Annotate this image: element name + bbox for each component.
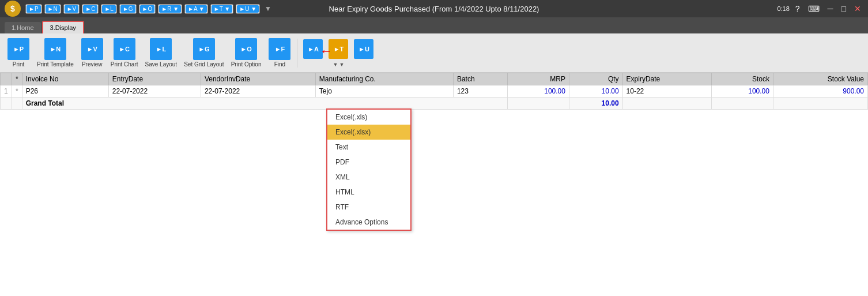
- print-chart-icon: ►C: [114, 38, 135, 60]
- topbar-btn-a[interactable]: ►A ▼: [184, 4, 208, 14]
- topbar-btn-u[interactable]: ►U ▼: [236, 4, 260, 14]
- topbar-btn-p[interactable]: ►P: [25, 4, 42, 14]
- dropdown-down-arrow[interactable]: ▼: [333, 62, 338, 68]
- print-button[interactable]: ►P Print: [5, 37, 32, 69]
- print-chart-button[interactable]: ►C Print Chart: [108, 37, 141, 69]
- print-label: Print: [13, 61, 25, 68]
- toolbar: ►P Print ►N Print Template ►V Preview ►C…: [0, 33, 868, 73]
- cell-invoice-no: P26: [22, 85, 108, 98]
- cell-gt-expiry: [622, 98, 711, 110]
- find-button[interactable]: ►F Find: [266, 37, 293, 69]
- toolbar-t-button[interactable]: ►T: [326, 38, 350, 61]
- topbar-btn-l[interactable]: ►L: [101, 4, 116, 14]
- cell-entry-date: 22-07-2022: [108, 85, 201, 98]
- title-bar: $ ►P ►N ►V ►C ►L ►G ►O ►R ▼ ►A ▼ ►T ▼: [0, 0, 868, 17]
- export-rtf[interactable]: RTF: [327, 200, 410, 215]
- table-area: * Invoice No EntryDate VendorInvDate Man…: [0, 73, 868, 296]
- print-chart-label: Print Chart: [111, 61, 138, 68]
- find-icon: ►F: [269, 38, 290, 60]
- col-mfg-co: Manufacturing Co.: [315, 73, 453, 85]
- export-text[interactable]: Text: [327, 140, 410, 155]
- preview-label: Preview: [82, 61, 103, 68]
- export-excel-xls[interactable]: Excel(.xls): [327, 110, 410, 125]
- help-button[interactable]: ?: [793, 4, 802, 13]
- print-template-icon: ►N: [44, 38, 66, 60]
- minimize-button[interactable]: ─: [825, 4, 836, 13]
- clock: 0:18: [777, 5, 789, 12]
- cell-qty: 10.00: [569, 85, 622, 98]
- toolbar-u-icon: ►U: [354, 39, 373, 59]
- cell-mfg-co: Tejo: [315, 85, 453, 98]
- toolbar-extra-area: ►A ►T ►U ▼ ▼: [301, 38, 376, 68]
- topbar-btn-g[interactable]: ►G: [119, 4, 137, 14]
- dropdown-down-arrow2[interactable]: ▼: [339, 62, 344, 68]
- cell-gt-mrp: [507, 98, 569, 110]
- toolbar-a-button[interactable]: ►A: [301, 38, 325, 61]
- table-header: * Invoice No EntryDate VendorInvDate Man…: [1, 73, 868, 85]
- cell-stock: 100.00: [711, 85, 773, 98]
- data-table: * Invoice No EntryDate VendorInvDate Man…: [0, 73, 868, 110]
- table-row[interactable]: 1 * P26 22-07-2022 22-07-2022 Tejo 123 1…: [1, 85, 868, 98]
- close-button[interactable]: ✕: [852, 4, 863, 13]
- export-html[interactable]: HTML: [327, 185, 410, 200]
- set-grid-layout-button[interactable]: ►G Set Grid Layout: [182, 37, 226, 69]
- cell-stock-value: 900.00: [773, 85, 867, 98]
- grand-total-row: Grand Total 10.00: [1, 98, 868, 110]
- app-logo: $: [5, 1, 21, 17]
- keyboard-button[interactable]: ⌨: [806, 4, 822, 13]
- col-mrp: MRP: [507, 73, 569, 85]
- topbar-btn-n[interactable]: ►N: [44, 4, 61, 14]
- col-vendor-inv-date: VendorInvDate: [201, 73, 315, 85]
- toolbar-separator: [297, 39, 297, 68]
- window-title: Near Expiry Goods Purchased (From 1/4/20…: [329, 5, 539, 13]
- export-excel-xlsx[interactable]: Excel(.xlsx): [327, 125, 410, 140]
- cell-batch: 123: [453, 85, 507, 98]
- print-template-label: Print Template: [37, 61, 74, 68]
- col-entry-date: EntryDate: [108, 73, 201, 85]
- tab-display[interactable]: 3.Display: [42, 21, 84, 33]
- tab-home[interactable]: 1.Home: [5, 22, 41, 33]
- toolbar-u-button[interactable]: ►U: [352, 38, 376, 61]
- col-star: *: [12, 73, 22, 85]
- maximize-button[interactable]: □: [839, 4, 848, 13]
- cell-expiry-date: 10-22: [622, 85, 711, 98]
- main-content: * Invoice No EntryDate VendorInvDate Man…: [0, 73, 868, 296]
- cell-gt-qty: 10.00: [569, 98, 622, 110]
- save-layout-button[interactable]: ►L Save Layout: [143, 37, 180, 69]
- cell-mrp: 100.00: [507, 85, 569, 98]
- col-expiry-date: ExpiryDate: [622, 73, 711, 85]
- col-stock-value: Stock Value: [773, 73, 867, 85]
- topbar-btn-o[interactable]: ►O: [139, 4, 156, 14]
- print-option-button[interactable]: ►O Print Option: [229, 37, 264, 69]
- col-qty: Qty: [569, 73, 622, 85]
- export-dropdown-menu: Excel(.xls) Excel(.xlsx) Text PDF XML HT…: [326, 108, 412, 231]
- print-template-button[interactable]: ►N Print Template: [35, 37, 76, 69]
- set-grid-layout-icon: ►G: [193, 38, 215, 60]
- cell-gt-stock: [711, 98, 773, 110]
- title-bar-right: 0:18 ? ⌨ ─ □ ✕: [777, 4, 863, 13]
- print-icon: ►P: [7, 38, 29, 60]
- tab-bar: 1.Home 3.Display: [0, 17, 868, 33]
- title-bar-left: $ ►P ►N ►V ►C ►L ►G ►O ►R ▼ ►A ▼ ►T ▼: [5, 1, 271, 17]
- toolbar-t-icon: ►T: [329, 39, 348, 59]
- export-advance-options[interactable]: Advance Options: [327, 215, 410, 230]
- topbar-btn-r[interactable]: ►R ▼: [158, 4, 182, 14]
- topbar-btn-v[interactable]: ►V: [63, 4, 80, 14]
- export-pdf[interactable]: PDF: [327, 155, 410, 170]
- find-label: Find: [274, 61, 285, 68]
- topbar-btn-t[interactable]: ►T ▼: [210, 4, 234, 14]
- export-xml[interactable]: XML: [327, 170, 410, 185]
- preview-button[interactable]: ►V Preview: [78, 37, 106, 69]
- print-option-icon: ►O: [235, 38, 257, 60]
- cell-gt-stockval: [773, 98, 867, 110]
- col-batch: Batch: [453, 73, 507, 85]
- cell-gt-star: [12, 98, 22, 110]
- col-invoice-no: Invoice No: [22, 73, 108, 85]
- toolbar-a-icon: ►A: [303, 39, 323, 59]
- topbar-btn-c[interactable]: ►C: [82, 4, 99, 14]
- table-body: 1 * P26 22-07-2022 22-07-2022 Tejo 123 1…: [1, 85, 868, 110]
- save-layout-label: Save Layout: [145, 61, 178, 68]
- set-grid-layout-label: Set Grid Layout: [184, 61, 224, 68]
- cell-gt-rownum: [1, 98, 12, 110]
- save-layout-icon: ►L: [150, 38, 172, 60]
